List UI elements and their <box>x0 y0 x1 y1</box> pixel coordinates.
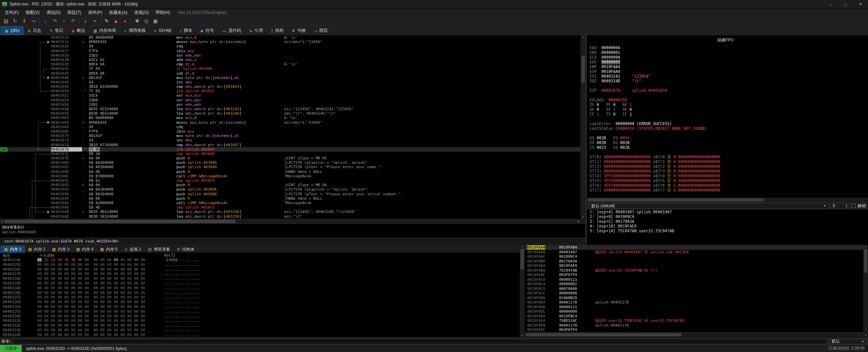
menu-view[interactable]: 视图(V) <box>22 9 43 16</box>
command-profile-combo[interactable]: 默认 ▼ <box>829 339 867 344</box>
tab-dump-3[interactable]: ▦内存 3 <box>49 246 73 253</box>
tab-dump-2[interactable]: ▦内存 2 <box>25 246 49 253</box>
minimize-button[interactable]: – <box>823 0 838 9</box>
disasm-row[interactable]: 0040168C. E8 B7000000call <JMP.&MessageB… <box>0 174 580 178</box>
register-row[interactable]: ZF 0 PF 0 AF 1 <box>587 102 868 107</box>
tab-references[interactable]: ⇆引用 <box>245 26 267 35</box>
stack-row[interactable]: 0019FACC00000000 <box>525 291 868 296</box>
hot-trace-icon[interactable]: ▲ <box>111 17 120 25</box>
disasm-row[interactable]: 00401637. F7F9idiv ecx <box>0 49 580 53</box>
register-row[interactable]: LastError 00000000 (ERROR_SUCCESS) <box>587 121 868 126</box>
menu-help[interactable]: 帮助(H) <box>152 9 173 16</box>
stack-row[interactable]: 0019FABC003F07F4 <box>525 273 868 277</box>
dump-row[interactable]: 0040330D00 00 00 00 00 00 00 00 00 00 00… <box>0 314 525 319</box>
dump-row[interactable]: 0040334D00 00 00 00 00 00 00 00 00 00 00… <box>0 333 525 337</box>
tab-notes[interactable]: ✎笔记 <box>45 26 67 35</box>
open-file-icon[interactable]: ▤ <box>1 17 11 25</box>
tab-symbols[interactable]: ◆符号 <box>196 26 218 35</box>
disasm-row[interactable]: 004016AE. 8D3D 58324000lea edi,dword ptr… <box>0 214 580 219</box>
dump-row[interactable]: 0040327D00 00 00 00 00 00 00 00 00 00 00… <box>0 272 525 276</box>
stack-vertical-scrollbar[interactable]: ▲▼ <box>863 245 868 337</box>
run-till-return-icon[interactable]: ↑ <box>59 17 68 25</box>
dump-vertical-scrollbar[interactable]: ▲▼ <box>520 245 525 337</box>
disasm-row[interactable]: 0040166E. F7F9idiv ecx <box>0 129 580 134</box>
argument-row[interactable]: 4: [esp+10] 0019FAE0 <box>587 224 868 229</box>
disasm-vertical-scrollbar[interactable]: ▲▼ <box>580 35 585 219</box>
disasm-row[interactable]: 00401670. 88141Fmov byte ptr ds:[edi+ebx… <box>0 134 580 138</box>
disasm-row[interactable]: 00401691. EB 62jmp splish.4016F5 <box>0 178 580 183</box>
tab-breakpoints[interactable]: ◉断点 <box>67 26 90 35</box>
argument-row[interactable]: 3: [esp+C] 00170A3A <box>587 219 868 224</box>
stack-row[interactable]: 0019FAD400401178splish.00401178 <box>525 300 868 305</box>
calling-convention-combo[interactable]: 默认 (stdcall) ▼ <box>589 203 829 209</box>
stack-row[interactable]: 0019FAD0DC8A8BCD <box>525 296 868 300</box>
register-row[interactable]: ST(6) 3FFF8000000000000000 x87r6 空 1.000… <box>587 183 868 188</box>
patch-icon[interactable]: ✎ <box>102 17 111 25</box>
step-over-icon[interactable]: ↷ <box>50 17 59 25</box>
disasm-row[interactable]: 0040163B. 83C2 02add edx,2 <box>0 58 580 62</box>
command-input[interactable] <box>13 339 827 344</box>
disasm-row[interactable]: 0040165E. 8D3D 4D324000lea edi,dword ptr… <box>0 111 580 116</box>
register-row[interactable]: EDX 00000009 <box>587 60 868 64</box>
dump-row[interactable]: 0040326D00 00 00 00 00 00 00 00 00 00 00… <box>0 267 525 272</box>
disasm-row[interactable]: 00401643. 80EA 0Asub dl,A <box>0 71 580 76</box>
stack-row[interactable]: 0019FAE00019FBC4 <box>525 314 868 319</box>
register-row[interactable]: ESI 00403242 "123456" <box>587 74 868 79</box>
register-row[interactable]: ST(2) 00000000000000000000 x87r2 空 0.000… <box>587 164 868 169</box>
stack-row[interactable]: 0019FAC000000111 <box>525 277 868 282</box>
register-row[interactable]: ECX 0000000A <box>587 55 868 60</box>
stack-row[interactable]: 0019FAC400000002 <box>525 282 868 287</box>
disasm-row[interactable]: 0040168A. 6A 00push 0│HWND hWnd = NULL <box>0 170 580 174</box>
dump-row[interactable]: 0040324D09 32 33 34 35 36 00 00 00 00 00… <box>0 258 525 262</box>
register-row[interactable]: ST(7) 00000000000000000000 x87r7 空 0.000… <box>587 188 868 193</box>
register-row[interactable]: ES 002B DS 002B <box>587 140 868 145</box>
disasm-row[interactable]: 00401632> 0FBE041Emovsx eax,byte ptr ds:… <box>0 40 580 44</box>
stack-horizontal-scrollbar[interactable] <box>525 332 863 337</box>
tab-dump-5[interactable]: ▦内存 5 <box>97 246 121 253</box>
dump-row[interactable]: 0040333D00 00 00 00 00 00 00 00 00 00 00… <box>0 328 525 333</box>
disasm-row[interactable]: 00401673. 43inc ebx <box>0 138 580 142</box>
menu-trace[interactable]: 跟踪(T) <box>64 9 85 16</box>
pause-icon[interactable]: ‖ <box>20 17 29 25</box>
disasm-row[interactable]: 00401650.^ 75 E0jne splish.401632 <box>0 89 580 93</box>
tab-call-stack[interactable]: ≡调用堆栈 <box>120 26 150 35</box>
disasm-row[interactable]: 00401685. 68 A0304000push splish.4030A0│… <box>0 165 580 169</box>
menu-favourites[interactable]: 收藏夹(A) <box>106 9 131 16</box>
step-into-icon[interactable]: ↓ <box>41 17 50 25</box>
tab-seh[interactable]: ∞SEH链 <box>150 26 175 35</box>
disasm-row[interactable]: 00401639. 33D3xor edx,ebx <box>0 53 580 58</box>
trace-into-icon[interactable]: ⇣ <box>81 17 90 25</box>
disasm-row[interactable]: 00401674. 3B1D 67344000cmp ebx,dword ptr… <box>0 143 580 147</box>
disasm-row[interactable]: 00401636. 99cdq <box>0 44 580 48</box>
dump-row[interactable]: 004032FD00 00 00 00 00 00 00 00 00 00 00… <box>0 309 525 314</box>
disasm-row[interactable]: 00401656. 33D2xor edx,edx <box>0 102 580 107</box>
register-row[interactable]: EDI 0040324D "\t" <box>587 79 868 83</box>
trace-over-icon[interactable]: ⇝ <box>90 17 99 25</box>
tab-memory-map[interactable]: ▦内存布局 <box>90 26 120 35</box>
tab-log[interactable]: ≣日志 <box>23 26 45 35</box>
disasm-row[interactable]: 00401695. 68 0A304000push splish.40300A│… <box>0 187 580 192</box>
dump-row[interactable]: 0040325D00 00 00 00 00 00 00 00 00 00 00… <box>0 262 525 267</box>
dump-row[interactable]: 0040328D00 00 00 00 00 00 00 00 00 00 00… <box>0 276 525 281</box>
argument-row[interactable]: 5: [esp+14] 75C047AB user32.75C047AB <box>587 229 868 233</box>
stack-row[interactable]: 0019FAA800401407返回到 splish.00401407 自 sp… <box>525 250 868 255</box>
register-row[interactable]: ST(4) 3FFE8000000000000000 x87r4 空 0.500… <box>587 174 868 178</box>
disasm-row[interactable]: 00401664. B9 0A000000mov ecx,AA:'\n' <box>0 116 580 120</box>
tab-script[interactable]: ƒ脚本 <box>176 26 196 35</box>
disasm-row[interactable]: 0040167C. EB 2Ajmp splish.4016A8 <box>0 152 580 156</box>
registers-horizontal-scrollbar[interactable] <box>587 198 868 202</box>
maximize-button[interactable]: □ <box>838 0 853 9</box>
register-row[interactable]: EBX 00000001 <box>587 50 868 55</box>
stack-row[interactable]: 0019FAD800000111 <box>525 305 868 310</box>
tab-locals[interactable]: ▤局部变量 <box>145 246 174 253</box>
dump-row[interactable]: 004032CD00 00 00 00 00 00 00 00 00 00 00… <box>0 295 525 300</box>
dump-row[interactable]: 004032AD00 00 00 00 00 00 00 00 00 00 00… <box>0 286 525 291</box>
run-icon[interactable]: ⇒ <box>29 17 38 25</box>
tab-threads[interactable]: ∥线程 <box>267 26 288 35</box>
disasm-row[interactable]: 0040167A.^ 75 EDjne splish.401669 <box>0 147 580 152</box>
disasm-row[interactable]: 00401641. 7C 03jl splish.401646 <box>0 66 580 71</box>
register-row[interactable]: CF 1 TF 0 IF 1 <box>587 112 868 117</box>
dump-row[interactable]: 0040331D00 00 00 00 00 00 00 00 00 00 00… <box>0 318 525 323</box>
step-back-icon[interactable]: ↶ <box>68 17 78 25</box>
disasm-row[interactable]: 00401669> 0FBE041Emovsx eax,byte ptr ds:… <box>0 120 580 125</box>
